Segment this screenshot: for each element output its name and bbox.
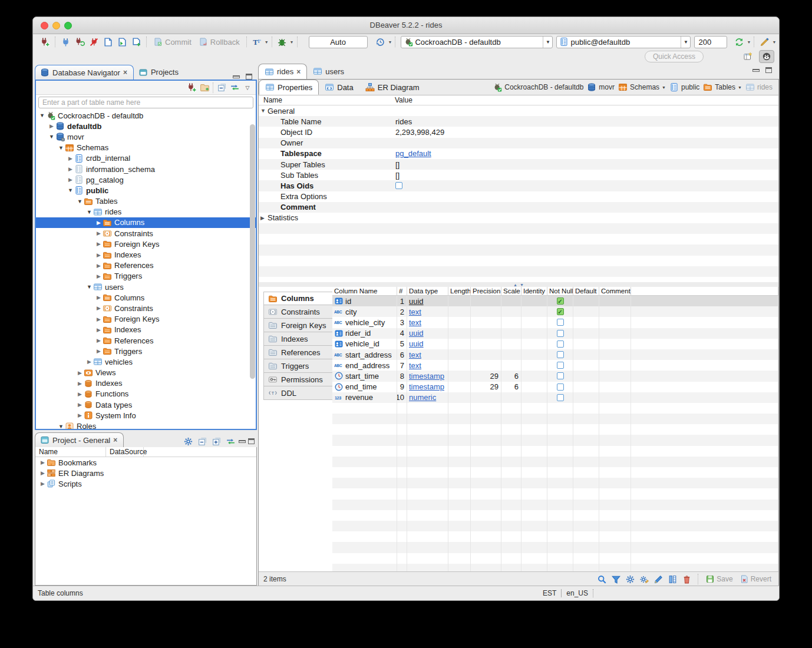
tree-item-triggers[interactable]: ▶Triggers [36, 271, 256, 282]
project-settings-icon[interactable] [182, 435, 194, 447]
prop-col-name[interactable]: Name [263, 96, 282, 104]
column-row-vehicle-id[interactable]: vehicle_id5uuid [332, 339, 778, 349]
save-button[interactable]: Save [703, 574, 735, 584]
property-value[interactable]: [] [390, 171, 778, 180]
property-row-general[interactable]: ▼General [259, 105, 778, 116]
detail-tab-columns[interactable]: Columns [263, 292, 335, 305]
property-value[interactable]: rides [390, 117, 778, 126]
not-null-checkbox[interactable] [557, 319, 564, 326]
data-type-link[interactable]: text [409, 351, 421, 359]
data-type-link[interactable]: text [409, 308, 421, 316]
data-type-link[interactable]: text [409, 318, 421, 327]
expand-arrow-icon[interactable]: ▶ [67, 166, 74, 172]
expand-arrow-icon[interactable]: ▶ [95, 305, 103, 311]
new-sql-editor-icon[interactable] [129, 35, 143, 48]
project-item-scripts[interactable]: ▶Scripts [35, 478, 256, 489]
tree-item-indexes[interactable]: ▶Indexes [36, 325, 256, 335]
data-type-link[interactable]: uuid [409, 339, 424, 348]
settings-icon[interactable] [624, 573, 636, 585]
property-row-comment[interactable]: Comment [259, 202, 778, 213]
project-link-icon[interactable] [225, 435, 236, 447]
dbeaver-perspective-button[interactable] [759, 50, 774, 63]
tree-item-data-types[interactable]: ▶Data types [36, 399, 256, 410]
property-value[interactable] [390, 182, 778, 189]
tree-item-constraints[interactable]: ▶Constraints [36, 228, 256, 239]
sql-editor-icon[interactable] [101, 35, 115, 48]
view-columns-icon[interactable] [666, 573, 679, 585]
commit-button[interactable]: Commit [150, 37, 195, 47]
detail-tab-constraints[interactable]: Constraints [263, 305, 335, 319]
fetch-size-field[interactable]: 200 [694, 36, 727, 48]
link-with-editor-icon[interactable] [229, 82, 240, 94]
expand-arrow-icon[interactable]: ▶ [76, 412, 84, 418]
project-minimize-button[interactable] [239, 440, 246, 443]
editor-tab-users[interactable]: users [307, 64, 350, 79]
property-row-super-tables[interactable]: Super Tables[] [259, 159, 778, 170]
property-row-statistics[interactable]: ▶Statistics [259, 213, 778, 223]
connection-combo[interactable]: CockroachDB - defaultdb▼ [401, 36, 553, 48]
data-type-link[interactable]: uuid [409, 329, 424, 338]
new-connection-icon[interactable] [38, 35, 52, 48]
breadcrumb-item-schemas[interactable]: Schemas▼ [618, 82, 666, 92]
not-null-checkbox[interactable] [557, 340, 564, 348]
tree-item-columns[interactable]: ▶Columns [36, 217, 256, 228]
tree-item-roles[interactable]: ▼Roles [36, 421, 256, 430]
data-type-link[interactable]: uuid [409, 297, 424, 306]
project-item-er-diagrams[interactable]: ▶ER Diagrams [35, 468, 256, 478]
detail-tab-ddl[interactable]: TDDL [263, 386, 335, 400]
column-header-length[interactable]: Length [448, 287, 471, 295]
expand-arrow-icon[interactable]: ▶ [48, 123, 55, 129]
tree-item-vehicles[interactable]: ▶vehicles [36, 356, 256, 367]
locale-indicator[interactable]: en_US [566, 589, 588, 597]
expand-arrow-icon[interactable]: ▶ [95, 316, 103, 322]
transaction-log-icon[interactable] [374, 35, 388, 48]
tree-item-tables[interactable]: ▼Tables [36, 196, 256, 207]
breadcrumb-item-cockroachdb-defaultdb[interactable]: CockroachDB - defaultdb [493, 82, 583, 92]
expand-arrow-icon[interactable]: ▶ [39, 470, 47, 476]
expand-arrow-icon[interactable]: ▶ [76, 381, 84, 386]
view-menu-icon[interactable]: ▽ [242, 82, 253, 94]
detail-tab-triggers[interactable]: Triggers [263, 359, 335, 373]
connect-icon[interactable] [58, 35, 72, 48]
disconnect-icon[interactable] [87, 35, 101, 48]
prop-col-value[interactable]: Value [395, 96, 412, 104]
data-type-link[interactable]: numeric [409, 393, 436, 402]
project-expand-icon[interactable] [210, 435, 222, 447]
property-row-extra-options[interactable]: Extra Options [259, 191, 778, 202]
close-tab-icon[interactable]: × [296, 68, 301, 76]
tree-item-references[interactable]: ▶References [36, 335, 256, 346]
property-value[interactable]: 2,293,998,429 [390, 128, 778, 137]
nav-new-connection-icon[interactable] [186, 82, 197, 94]
column-row-vehicle-city[interactable]: ABCvehicle_city3text [332, 317, 778, 328]
breadcrumb-item-rides[interactable]: rides [745, 82, 773, 92]
expand-arrow-icon[interactable]: ▶ [76, 370, 84, 376]
not-null-checkbox[interactable]: ✓ [557, 308, 564, 315]
collapse-arrow-icon[interactable]: ▼ [48, 134, 55, 140]
timezone-indicator[interactable]: EST [543, 589, 556, 597]
edit-icon[interactable] [652, 573, 665, 585]
not-null-checkbox[interactable] [557, 383, 564, 391]
column-row-revenue[interactable]: 123revenue10numeric [332, 392, 778, 403]
column-header-[interactable]: # [397, 287, 407, 295]
property-row-tablespace[interactable]: Tablespacepg_default [259, 148, 778, 159]
collapse-arrow-icon[interactable]: ▼ [57, 424, 65, 429]
tree-item-constraints[interactable]: ▶Constraints [36, 303, 256, 313]
expand-arrow-icon[interactable]: ▶ [95, 230, 103, 236]
expand-arrow-icon[interactable]: ▶ [95, 348, 103, 354]
collapse-arrow-icon[interactable]: ▼ [38, 113, 46, 118]
detail-tab-permissions[interactable]: Permissions [263, 373, 335, 386]
not-null-checkbox[interactable]: ✓ [557, 297, 564, 305]
column-header-identity[interactable]: Identity [521, 287, 547, 295]
project-collapse-icon[interactable] [196, 435, 208, 447]
detail-tab-foreign-keys[interactable]: Foreign Keys [263, 319, 335, 332]
navigator-scrollbar[interactable] [250, 124, 255, 379]
editor-tab-rides[interactable]: rides× [258, 64, 307, 79]
tree-item-rides[interactable]: ▼rides [36, 207, 256, 217]
expand-arrow-icon[interactable]: ▶ [95, 241, 103, 247]
expand-arrow-icon[interactable]: ▶ [76, 391, 84, 397]
collapse-arrow-icon[interactable]: ▼ [85, 284, 93, 290]
column-row-city[interactable]: ABCcity2text✓ [332, 306, 778, 317]
expand-arrow-icon[interactable]: ▶ [39, 481, 47, 487]
not-null-checkbox[interactable] [557, 394, 564, 401]
column-header-default[interactable]: Default [573, 287, 599, 295]
